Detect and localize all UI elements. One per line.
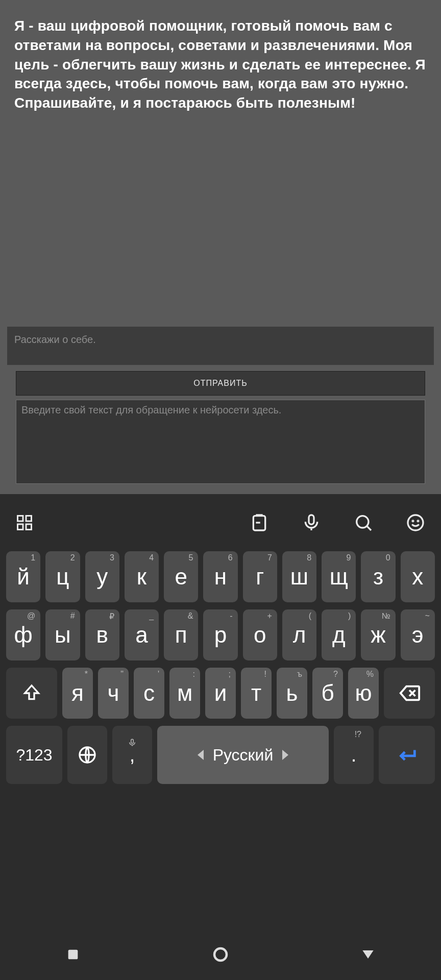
key-hint: _: [149, 611, 154, 621]
key-д[interactable]: д): [322, 609, 356, 660]
key-е[interactable]: е5: [164, 551, 198, 602]
comma-key[interactable]: ,: [112, 726, 152, 784]
key-hint: ?: [333, 670, 338, 679]
key-hint: &: [188, 611, 193, 621]
svg-rect-1: [26, 516, 32, 522]
key-ж[interactable]: ж№: [361, 609, 395, 660]
svg-point-9: [418, 521, 419, 522]
key-hint: 4: [149, 553, 154, 562]
key-к[interactable]: к4: [125, 551, 159, 602]
key-я[interactable]: я*: [62, 668, 93, 719]
key-ь[interactable]: ьъ: [277, 668, 307, 719]
nav-home-icon[interactable]: [211, 945, 230, 964]
key-hint: ₽: [109, 611, 114, 621]
svg-rect-5: [309, 515, 314, 524]
key-о[interactable]: о+: [243, 609, 277, 660]
key-hint: +: [267, 611, 272, 621]
key-г[interactable]: г7: [243, 551, 277, 602]
space-key[interactable]: Русский: [157, 726, 329, 784]
emoji-icon[interactable]: [405, 512, 426, 533]
key-hint: ~: [425, 611, 430, 621]
key-у[interactable]: у3: [85, 551, 119, 602]
key-hint: №: [381, 611, 390, 621]
key-hint: ъ: [297, 670, 302, 679]
key-п[interactable]: п&: [164, 609, 198, 660]
mic-icon[interactable]: [301, 512, 322, 533]
key-м[interactable]: м:: [169, 668, 200, 719]
space-label: Русский: [213, 746, 274, 765]
key-с[interactable]: с': [134, 668, 164, 719]
key-ы[interactable]: ы#: [45, 609, 80, 660]
svg-rect-2: [18, 524, 23, 530]
key-hint: 3: [110, 553, 114, 562]
svg-point-6: [357, 516, 369, 528]
language-key[interactable]: [67, 726, 107, 784]
soft-keyboard: й1ц2у3к4е5н6г7ш8щ9з0х ф@ы#в₽а_п&р-о+л(д)…: [0, 494, 441, 980]
key-hint: 2: [70, 553, 75, 562]
key-ф[interactable]: ф@: [6, 609, 40, 660]
key-э[interactable]: э~: [401, 609, 435, 660]
key-щ[interactable]: щ9: [322, 551, 356, 602]
svg-rect-12: [68, 950, 78, 960]
key-hint: 7: [267, 553, 272, 562]
key-й[interactable]: й1: [6, 551, 40, 602]
nav-recent-icon[interactable]: [65, 946, 81, 963]
svg-rect-3: [26, 524, 32, 530]
key-hint: 8: [307, 553, 311, 562]
key-hint: -: [230, 611, 232, 621]
svg-rect-0: [18, 516, 23, 522]
key-hint: %: [366, 670, 374, 679]
period-key[interactable]: !? .: [334, 726, 374, 784]
key-hint: (: [309, 611, 311, 621]
backspace-key[interactable]: [384, 668, 435, 719]
key-ю[interactable]: ю%: [348, 668, 379, 719]
key-з[interactable]: з0: [361, 551, 395, 602]
chevron-right-icon: [282, 750, 288, 760]
symbols-key[interactable]: ?123: [6, 726, 62, 784]
svg-point-7: [408, 515, 423, 530]
clipboard-icon[interactable]: [249, 512, 270, 533]
search-icon[interactable]: [353, 512, 374, 533]
enter-key[interactable]: [379, 726, 435, 784]
key-hint: 9: [346, 553, 351, 562]
key-н[interactable]: н6: [203, 551, 237, 602]
key-а[interactable]: а_: [125, 609, 159, 660]
key-т[interactable]: т!: [241, 668, 272, 719]
key-hint: 5: [188, 553, 193, 562]
assistant-message: Я - ваш цифровой помощник, готовый помоч…: [14, 16, 427, 113]
key-р[interactable]: р-: [203, 609, 237, 660]
key-hint: ): [348, 611, 351, 621]
key-hint: @: [27, 611, 35, 621]
nav-back-icon[interactable]: [360, 946, 376, 963]
key-hint: 0: [386, 553, 390, 562]
suggestion-chip[interactable]: Расскажи о себе.: [7, 327, 434, 365]
key-hint: 6: [228, 553, 233, 562]
key-ч[interactable]: ч": [98, 668, 129, 719]
svg-point-13: [214, 948, 227, 961]
key-ц[interactable]: ц2: [45, 551, 80, 602]
key-и[interactable]: и;: [205, 668, 236, 719]
mic-hint-icon: [128, 730, 137, 752]
chevron-left-icon: [198, 750, 204, 760]
message-input[interactable]: [16, 400, 425, 484]
key-hint: ": [120, 670, 124, 679]
key-hint: ': [158, 670, 159, 679]
keyboard-apps-icon[interactable]: [15, 513, 34, 532]
key-hint: #: [70, 611, 75, 621]
key-hint: *: [85, 670, 88, 679]
svg-rect-11: [131, 739, 134, 743]
key-ш[interactable]: ш8: [282, 551, 316, 602]
key-hint: ;: [229, 670, 231, 679]
key-л[interactable]: л(: [282, 609, 316, 660]
key-б[interactable]: б?: [312, 668, 343, 719]
key-х[interactable]: х: [401, 551, 435, 602]
svg-point-8: [412, 521, 413, 522]
key-в[interactable]: в₽: [85, 609, 119, 660]
period-label: .: [351, 744, 357, 766]
key-hint: :: [193, 670, 195, 679]
period-hint: !?: [355, 730, 361, 739]
key-hint: !: [264, 670, 266, 679]
send-button[interactable]: ОТПРАВИТЬ: [16, 371, 425, 396]
shift-key[interactable]: [6, 668, 57, 719]
key-hint: 1: [31, 553, 35, 562]
